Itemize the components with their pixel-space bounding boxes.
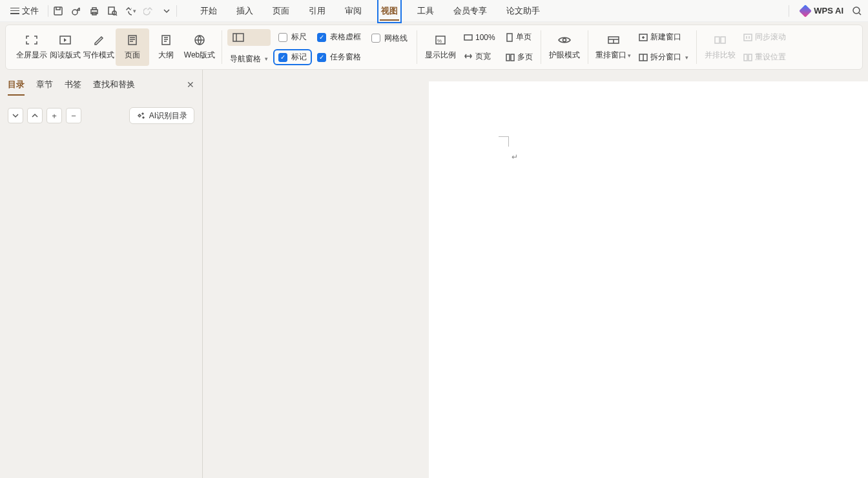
- page-width-button[interactable]: 页宽: [461, 50, 498, 63]
- sync-icon: [743, 34, 752, 41]
- tab-page[interactable]: 页面: [271, 1, 291, 21]
- svg-rect-26: [744, 54, 747, 61]
- ruler-checkbox[interactable]: 标尺: [274, 30, 311, 44]
- margin-marker: [499, 136, 509, 147]
- svg-rect-25: [744, 34, 752, 41]
- page-icon: [125, 34, 140, 46]
- wps-ai-button[interactable]: WPS AI: [801, 6, 843, 16]
- sidebar-tab-toc[interactable]: 目录: [8, 76, 25, 93]
- outline-button[interactable]: 大纲: [149, 28, 183, 66]
- pen-icon: [92, 34, 106, 46]
- close-icon[interactable]: ✕: [187, 79, 194, 90]
- navigation-pane: 目录 章节 书签 查找和替换 ✕ + − AI识别目录: [0, 70, 203, 478]
- svg-rect-27: [749, 54, 752, 61]
- tab-thesis[interactable]: 论文助手: [505, 1, 541, 21]
- eye-mode-button[interactable]: 护眼模式: [546, 28, 583, 66]
- fullscreen-icon: [25, 34, 39, 46]
- nav-pane-button[interactable]: [227, 29, 271, 46]
- svg-rect-18: [511, 54, 514, 61]
- tab-insert[interactable]: 插入: [235, 1, 254, 21]
- svg-rect-0: [54, 7, 62, 15]
- tab-tools[interactable]: 工具: [416, 1, 435, 21]
- right-tools: WPS AI: [785, 5, 863, 17]
- ai-toc-button[interactable]: AI识别目录: [129, 107, 194, 124]
- svg-rect-9: [129, 36, 136, 45]
- fullscreen-button[interactable]: 全屏显示: [15, 28, 48, 66]
- svg-rect-23: [715, 37, 719, 43]
- wps-ai-icon: [799, 5, 812, 17]
- tab-start[interactable]: 开始: [199, 1, 218, 21]
- taskpane-checkbox[interactable]: ✓ 任务窗格: [313, 50, 365, 64]
- arrange-icon: [606, 34, 621, 46]
- sync-scroll-button: 同步滚动: [741, 30, 789, 44]
- split-icon: [639, 54, 648, 61]
- compare-button: 并排比较: [702, 28, 738, 66]
- sidebar-tab-find[interactable]: 查找和替换: [93, 76, 135, 93]
- paragraph-mark-icon: ↵: [512, 152, 518, 161]
- file-menu-button[interactable]: 文件: [5, 3, 44, 19]
- reset-icon: [743, 54, 752, 61]
- new-window-button[interactable]: 新建窗口: [636, 30, 691, 44]
- newwin-icon: [639, 34, 648, 41]
- remove-button[interactable]: −: [66, 108, 81, 123]
- svg-point-19: [563, 38, 566, 41]
- zoom-group: % 显示比例 100% 页宽 单页 多页: [417, 25, 541, 69]
- percent-icon: %: [433, 34, 448, 46]
- nav-pane-label[interactable]: 导航窗格▾: [227, 52, 271, 66]
- page-layout-button[interactable]: 页面: [116, 28, 149, 66]
- tab-review[interactable]: 审阅: [344, 1, 363, 21]
- eye-icon: [557, 34, 572, 46]
- more-button[interactable]: [161, 5, 172, 17]
- multi-page-button[interactable]: 多页: [503, 50, 535, 64]
- gridlines-checkbox[interactable]: 网格线: [367, 32, 411, 45]
- search-icon[interactable]: [851, 5, 863, 17]
- tab-member[interactable]: 会员专享: [452, 1, 488, 21]
- hamburger-icon: [10, 8, 19, 14]
- writing-mode-button[interactable]: 写作模式: [82, 28, 116, 66]
- sparkle-icon: [136, 112, 145, 119]
- arrange-windows-button[interactable]: 重排窗口▾: [594, 28, 634, 66]
- divider: [48, 5, 48, 17]
- document-page[interactable]: ↵: [429, 81, 868, 478]
- redo-button[interactable]: [143, 5, 154, 17]
- svg-text:%: %: [437, 38, 442, 44]
- sidebar-tab-chapter[interactable]: 章节: [36, 76, 53, 93]
- print-icon[interactable]: [88, 5, 100, 17]
- zoom-ratio-button[interactable]: % 显示比例: [422, 28, 459, 66]
- ribbon-view: 全屏显示 阅读版式 写作模式 页面 大纲 Web版式: [5, 25, 863, 70]
- svg-rect-16: [507, 34, 512, 41]
- window-group: 重排窗口▾ 新建窗口 拆分窗口▾: [588, 25, 696, 69]
- chevron-up-icon: [32, 112, 38, 119]
- nav-icon: [232, 33, 244, 42]
- marks-checkbox[interactable]: ✓ 标记: [274, 50, 311, 64]
- svg-rect-15: [464, 35, 472, 40]
- checkbox-icon: ✓: [278, 53, 287, 62]
- reading-layout-button[interactable]: 阅读版式: [48, 28, 82, 66]
- sidebar-tools: + − AI识别目录: [8, 107, 194, 124]
- export-icon[interactable]: [70, 5, 82, 17]
- print-preview-icon[interactable]: [107, 5, 118, 17]
- tableframe-checkbox[interactable]: ✓ 表格虚框: [313, 30, 365, 44]
- zoom-100-button[interactable]: 100%: [461, 32, 498, 43]
- expand-down-button[interactable]: [8, 108, 23, 123]
- svg-rect-17: [506, 54, 510, 61]
- tab-view[interactable]: 视图: [380, 1, 399, 21]
- quick-access-toolbar: ▾: [52, 5, 172, 17]
- web-layout-button[interactable]: Web版式: [183, 28, 216, 66]
- single-page-button[interactable]: 单页: [503, 30, 535, 44]
- save-icon[interactable]: [52, 5, 64, 17]
- file-label: 文件: [22, 5, 39, 17]
- split-window-button[interactable]: 拆分窗口▾: [636, 50, 691, 64]
- add-button[interactable]: +: [46, 108, 62, 123]
- sidebar-tabs: 目录 章节 书签 查找和替换 ✕: [8, 76, 194, 93]
- document-area[interactable]: ↵: [203, 70, 868, 478]
- collapse-up-button[interactable]: [27, 108, 43, 123]
- tab-reference[interactable]: 引用: [307, 1, 327, 21]
- checkbox-icon: ✓: [317, 53, 326, 62]
- svg-point-1: [72, 10, 78, 15]
- reading-icon: [58, 34, 72, 46]
- svg-rect-24: [721, 37, 725, 43]
- sidebar-tab-bookmark[interactable]: 书签: [65, 76, 81, 93]
- undo-button[interactable]: ▾: [125, 5, 136, 17]
- svg-rect-3: [92, 8, 96, 10]
